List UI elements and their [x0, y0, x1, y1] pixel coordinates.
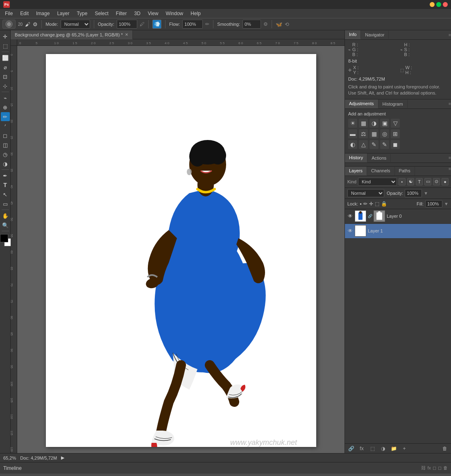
- shape-filter-icon[interactable]: ▭: [424, 178, 431, 185]
- status-arrow[interactable]: ▶: [61, 455, 64, 460]
- minimize-button[interactable]: [430, 2, 435, 7]
- tab-channels[interactable]: Channels: [367, 167, 394, 176]
- opacity-input[interactable]: [117, 20, 137, 29]
- marquee-tool[interactable]: ⬜: [1, 53, 10, 62]
- lock-pixel-icon[interactable]: ▪: [360, 201, 361, 207]
- brush-angle-icon[interactable]: ⟲: [285, 21, 289, 27]
- eyedropper-tool[interactable]: ⌁: [1, 93, 10, 102]
- new-layer-icon[interactable]: +: [401, 445, 408, 452]
- fill-arrow[interactable]: ▼: [444, 201, 449, 206]
- stamp-tool[interactable]: ⎖: [1, 122, 10, 131]
- hue-saturation-icon[interactable]: ▬: [348, 129, 357, 138]
- delete-layer-icon[interactable]: 🗑: [441, 445, 449, 452]
- vibrance-icon[interactable]: ▽: [391, 119, 400, 128]
- pressure-opacity-icon[interactable]: 🖊: [140, 21, 145, 27]
- gradient-map-icon[interactable]: ✎: [380, 140, 389, 149]
- levels-icon[interactable]: ▦: [359, 119, 368, 128]
- curves-icon[interactable]: ◑: [369, 119, 378, 128]
- document-tab[interactable]: Background change.jpeg @ 65,2% (Layer 1,…: [11, 30, 133, 39]
- layers-kind-select[interactable]: Kind Name Effect Mode Attribute Color Sm…: [358, 178, 397, 186]
- tab-adjustments[interactable]: Adjustments: [345, 99, 378, 108]
- opacity-value-input[interactable]: [405, 189, 422, 197]
- type-tool[interactable]: T: [1, 180, 10, 189]
- gradient-tool[interactable]: ◫: [1, 140, 10, 149]
- link-layers-icon[interactable]: 🔗: [347, 445, 355, 452]
- invert-icon[interactable]: ◐: [348, 140, 357, 149]
- blend-mode-select[interactable]: Normal Dissolve Multiply Screen Overlay: [347, 189, 384, 197]
- panel-collapse-icon[interactable]: ≡: [449, 33, 451, 37]
- eraser-tool[interactable]: ◻: [1, 131, 10, 140]
- new-group-icon[interactable]: 📁: [390, 445, 397, 452]
- adj-filter-icon[interactable]: ☯: [407, 178, 414, 185]
- new-fill-adj-icon[interactable]: ◑: [379, 445, 387, 452]
- layers-collapse-icon[interactable]: ≡: [449, 167, 451, 176]
- layer-row-0[interactable]: 👁 🔗: [345, 209, 451, 224]
- move-tool[interactable]: ✛: [1, 32, 10, 41]
- heal-tool[interactable]: ⊕: [1, 103, 10, 112]
- add-mask-icon[interactable]: ⬚: [369, 445, 376, 452]
- type-filter-icon[interactable]: T: [416, 178, 423, 185]
- menu-select[interactable]: Select: [91, 10, 111, 17]
- flow-input[interactable]: [182, 20, 203, 29]
- hand-tool[interactable]: ✋: [1, 211, 10, 220]
- path-select-tool[interactable]: ↖: [1, 190, 10, 199]
- brightness-contrast-icon[interactable]: ☀: [348, 119, 357, 128]
- lock-all-icon[interactable]: 🔒: [381, 201, 387, 207]
- foreground-color[interactable]: [0, 234, 8, 242]
- dodge-tool[interactable]: ◑: [1, 159, 10, 168]
- lock-move-icon[interactable]: ✛: [369, 201, 373, 207]
- shape-tool[interactable]: ▭: [1, 199, 10, 208]
- lock-paint-icon[interactable]: ✏: [363, 201, 367, 207]
- canvas-scroll-area[interactable]: www.yakymchuk.net: [17, 46, 344, 453]
- menu-filter[interactable]: Filter: [113, 10, 130, 17]
- layer-0-visibility[interactable]: 👁: [347, 213, 353, 219]
- color-balance-icon[interactable]: ⚖: [359, 129, 368, 138]
- menu-type[interactable]: Type: [73, 10, 91, 17]
- menu-help[interactable]: Help: [187, 10, 204, 17]
- brush-preset-picker[interactable]: [2, 20, 16, 29]
- blur-tool[interactable]: ◷: [1, 150, 10, 159]
- artboard-tool[interactable]: ⬚: [1, 41, 10, 50]
- menu-edit[interactable]: Edit: [17, 10, 32, 17]
- tab-info[interactable]: Info: [345, 30, 361, 39]
- lasso-tool[interactable]: ⌀: [1, 63, 10, 72]
- menu-window[interactable]: Window: [163, 10, 187, 17]
- layer-1-visibility[interactable]: 👁: [347, 228, 353, 234]
- smoothing-settings[interactable]: ⚙: [263, 21, 268, 27]
- lock-artboard-icon[interactable]: ⬚: [375, 201, 379, 207]
- fx-icon[interactable]: fx: [427, 465, 431, 471]
- pixel-filter-icon[interactable]: ▪: [399, 178, 406, 185]
- symmetry-paint-icon[interactable]: 🦋: [276, 21, 282, 27]
- fill-value-input[interactable]: [425, 200, 442, 208]
- add-style-icon[interactable]: fx: [358, 445, 365, 452]
- tab-layers[interactable]: Layers: [345, 167, 367, 176]
- tab-histogram[interactable]: Histogram: [378, 100, 408, 108]
- timeline-icon-4[interactable]: ◻: [438, 465, 442, 471]
- adj-collapse-icon[interactable]: ≡: [449, 102, 451, 106]
- brush-settings-icon[interactable]: 🖌: [25, 21, 30, 27]
- channel-mixer-icon[interactable]: ⊞: [391, 129, 400, 138]
- brush-tool[interactable]: ✏: [1, 112, 10, 121]
- tab-navigator[interactable]: Navigator: [361, 31, 389, 39]
- maximize-button[interactable]: [436, 2, 441, 7]
- layer-row-1[interactable]: 👁 Layer 1: [345, 224, 451, 239]
- mode-select[interactable]: Normal Dissolve Multiply: [61, 20, 90, 29]
- crop-tool[interactable]: ⊹: [1, 81, 10, 90]
- layer-0-link[interactable]: 🔗: [368, 214, 372, 218]
- tab-paths[interactable]: Paths: [395, 167, 415, 176]
- opacity-arrow[interactable]: ▼: [424, 191, 428, 196]
- menu-file[interactable]: File: [2, 10, 16, 17]
- close-button[interactable]: [443, 2, 448, 7]
- timeline-icon-3[interactable]: ◻: [433, 465, 436, 471]
- photo-filter-icon[interactable]: ◎: [380, 129, 389, 138]
- object-select-tool[interactable]: ⊡: [1, 72, 10, 81]
- menu-image[interactable]: Image: [33, 10, 53, 17]
- timeline-icon-1[interactable]: ⛓: [421, 465, 426, 471]
- pressure-flow-icon[interactable]: ✏: [205, 21, 209, 27]
- history-collapse-icon[interactable]: ≡: [449, 156, 451, 160]
- filter-toggle[interactable]: ●: [442, 178, 449, 185]
- brush-options-icon[interactable]: ⚙: [33, 21, 38, 27]
- tab-history[interactable]: History: [345, 153, 367, 162]
- pen-tool[interactable]: ✒: [1, 171, 10, 180]
- airbrush-icon[interactable]: 💨: [152, 20, 161, 29]
